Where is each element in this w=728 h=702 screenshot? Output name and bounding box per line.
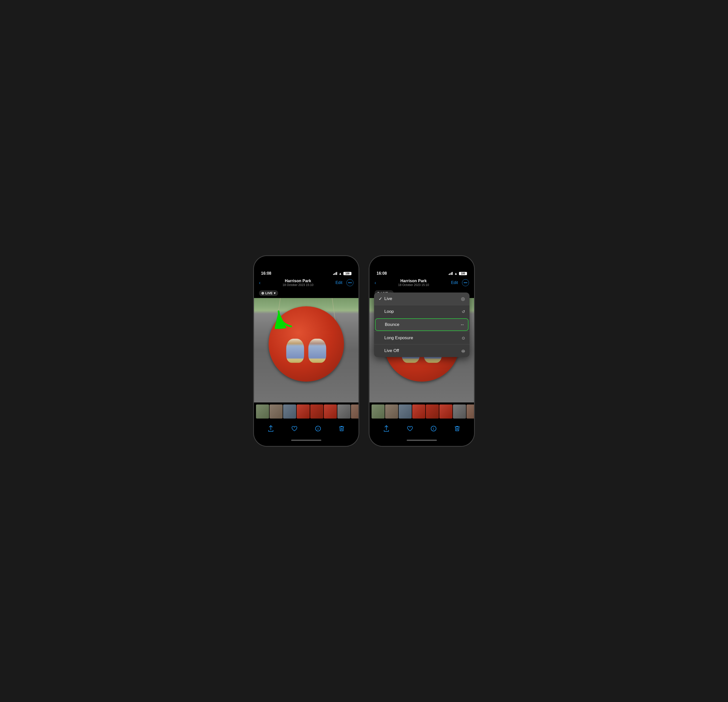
info-button-left[interactable]: i	[313, 424, 323, 434]
bottom-toolbar-right: i	[370, 421, 474, 438]
list-item[interactable]	[412, 405, 425, 418]
dropdown-item-bounce[interactable]: ✓ Bounce ↔	[375, 319, 468, 331]
edit-button-right[interactable]: Edit	[451, 280, 458, 285]
list-item[interactable]	[337, 405, 350, 418]
status-icons-left: ▲ 100	[333, 272, 351, 275]
child-left	[286, 339, 304, 363]
dropdown-label-live-off: Live Off	[384, 348, 461, 353]
status-icons-right: ▲ 100	[449, 272, 467, 275]
list-item[interactable]	[426, 405, 439, 418]
nav-title-right: Harrison Park 18 October 2023 15:10	[398, 279, 429, 287]
thumbnails-right	[370, 405, 474, 418]
home-bar-right	[407, 440, 437, 441]
delete-button-left[interactable]	[337, 424, 347, 434]
nav-bar-left: ‹ Harrison Park 18 October 2023 15:10 Ed…	[254, 278, 358, 289]
live-off-mode-icon: ◎	[461, 349, 465, 353]
nav-title-left: Harrison Park 18 October 2023 15:10	[283, 279, 313, 287]
swing-disk	[269, 306, 344, 382]
home-indicator-left	[254, 438, 358, 446]
dropdown-item-live[interactable]: ✓ Live ◎	[374, 293, 469, 305]
list-item[interactable]	[324, 405, 337, 418]
dropdown-item-long-exposure[interactable]: ✓ Long Exposure ⊙	[374, 332, 469, 344]
live-badge-bar-left: LIVE ▾	[254, 289, 358, 298]
edit-button-left[interactable]: Edit	[335, 280, 342, 285]
check-placeholder-loop: ✓	[378, 309, 382, 314]
check-placeholder-long-exposure: ✓	[378, 335, 382, 341]
more-button-right[interactable]: •••	[462, 279, 469, 286]
left-phone: 16:08 ▲ 100 ‹ Harrison Park	[253, 255, 359, 447]
share-button-right[interactable]	[381, 424, 391, 434]
list-item[interactable]	[283, 405, 296, 418]
live-mode-icon: ◎	[461, 296, 465, 301]
right-phone: 16:08 ▲ 100 ‹ Harrison Park	[369, 255, 475, 447]
live-dropdown-menu: ✓ Live ◎ ✓ Loop ↺ ✓ Bounce ↔ ✓ Long Expo…	[374, 293, 469, 357]
dropdown-label-loop: Loop	[384, 309, 462, 314]
dropdown-label-long-exposure: Long Exposure	[384, 336, 462, 340]
list-item[interactable]	[310, 405, 323, 418]
dropdown-item-loop[interactable]: ✓ Loop ↺	[374, 305, 469, 318]
check-icon-live: ✓	[378, 296, 382, 301]
list-item[interactable]	[256, 405, 269, 418]
more-button-left[interactable]: •••	[347, 279, 354, 286]
status-time-right: 16:08	[377, 271, 387, 276]
svg-text:i: i	[318, 427, 318, 431]
status-time-left: 16:08	[261, 271, 271, 276]
home-bar-left	[291, 440, 321, 441]
bottom-toolbar-left: i	[254, 421, 358, 438]
list-item[interactable]	[385, 405, 398, 418]
share-button-left[interactable]	[266, 424, 276, 434]
thumbnails-left	[254, 405, 358, 418]
dynamic-island	[291, 259, 321, 268]
list-item[interactable]	[439, 405, 452, 418]
loop-mode-icon: ↺	[462, 309, 465, 314]
like-button-left[interactable]	[289, 424, 299, 434]
list-item[interactable]	[351, 405, 358, 418]
dropdown-label-bounce: Bounce	[385, 322, 460, 327]
long-exposure-mode-icon: ⊙	[462, 336, 465, 340]
list-item[interactable]	[297, 405, 310, 418]
dropdown-item-live-off[interactable]: ✓ Live Off ◎	[374, 344, 469, 357]
delete-button-right[interactable]	[452, 424, 462, 434]
list-item[interactable]	[453, 405, 466, 418]
children-area	[280, 339, 332, 363]
list-item[interactable]	[270, 405, 283, 418]
nav-actions-right: Edit •••	[451, 279, 469, 286]
signal-icon-right	[449, 272, 453, 275]
list-item[interactable]	[399, 405, 412, 418]
wifi-icon-right: ▲	[454, 272, 458, 275]
photo-overlay-left	[254, 298, 358, 402]
battery-icon-right: 100	[459, 272, 467, 275]
info-button-right[interactable]: i	[429, 424, 439, 434]
back-button-right[interactable]: ‹	[374, 280, 376, 285]
thumbnail-strip-right	[370, 402, 474, 421]
back-button-left[interactable]: ‹	[259, 280, 260, 285]
list-item[interactable]	[467, 405, 474, 418]
thumbnail-strip-left	[254, 402, 358, 421]
battery-icon: 100	[344, 272, 351, 275]
dynamic-island-right	[407, 259, 437, 268]
child-right	[308, 339, 326, 363]
live-dot-icon	[261, 292, 264, 294]
signal-icon	[333, 272, 337, 275]
bounce-mode-icon: ↔	[460, 322, 465, 327]
wifi-icon: ▲	[339, 272, 342, 275]
nav-bar-right: ‹ Harrison Park 18 October 2023 15:10 Ed…	[370, 278, 474, 289]
live-badge-left[interactable]: LIVE ▾	[259, 290, 278, 296]
home-indicator-right	[370, 438, 474, 446]
list-item[interactable]	[371, 405, 384, 418]
dropdown-label-live: Live	[384, 296, 461, 301]
like-button-right[interactable]	[405, 424, 415, 434]
photo-area-left	[254, 298, 358, 402]
check-placeholder-bounce: ✓	[379, 322, 383, 327]
check-placeholder-live-off: ✓	[378, 348, 382, 353]
svg-text:i: i	[433, 427, 434, 431]
nav-actions-left: Edit •••	[335, 279, 354, 286]
